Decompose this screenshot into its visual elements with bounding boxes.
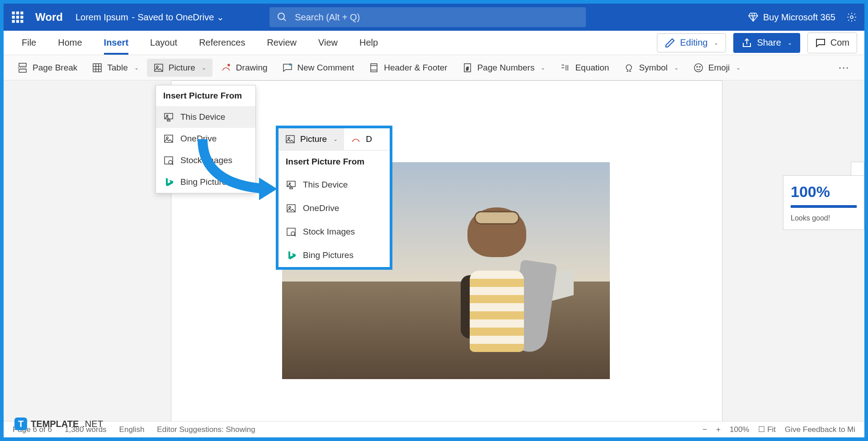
- item-label: This Device: [303, 180, 348, 190]
- svg-point-11: [850, 16, 853, 19]
- drawing-label: Drawing: [236, 63, 268, 73]
- stock-images-icon: [163, 155, 174, 166]
- app-launcher-icon[interactable]: [11, 10, 24, 24]
- editor-status-text: Looks good!: [791, 214, 857, 222]
- picture-icon: [286, 203, 297, 214]
- callout-drawing-button[interactable]: D: [344, 128, 378, 150]
- page-numbers-button[interactable]: # Page Numbers ⌄: [456, 59, 552, 77]
- status-language[interactable]: English: [119, 425, 145, 434]
- item-label: OneDrive: [180, 134, 217, 144]
- svg-point-31: [697, 66, 698, 67]
- chevron-down-icon: ⌄: [333, 136, 338, 142]
- fit-label: Fit: [767, 425, 776, 434]
- header-footer-button[interactable]: Header & Footer: [362, 59, 453, 77]
- search-icon: [277, 12, 288, 23]
- drawing-button[interactable]: Drawing: [214, 59, 274, 77]
- chevron-down-icon: ⌄: [674, 65, 679, 71]
- tab-help[interactable]: Help: [349, 31, 389, 55]
- callout-item-onedrive[interactable]: OneDrive: [278, 197, 390, 220]
- header-footer-icon: [368, 62, 379, 73]
- ribbon-more-button[interactable]: ⋯: [831, 58, 857, 78]
- diamond-icon: [748, 12, 759, 23]
- svg-point-37: [166, 137, 168, 139]
- title-bar: Word Lorem Ipsum - Saved to OneDrive ⌄ S…: [4, 4, 864, 31]
- status-fit[interactable]: ☐ Fit: [758, 425, 776, 434]
- dropdown-item-this-device[interactable]: This Device: [156, 106, 255, 128]
- chevron-down-icon: ⌄: [134, 65, 139, 71]
- item-label: Bing Pictures: [180, 177, 231, 187]
- zoom-out-button[interactable]: −: [703, 425, 707, 434]
- save-status[interactable]: - Saved to OneDrive ⌄: [132, 12, 225, 23]
- share-icon: [741, 38, 752, 48]
- device-icon: [163, 112, 174, 122]
- drawing-icon: [221, 62, 231, 73]
- svg-rect-4: [16, 16, 19, 19]
- tab-review[interactable]: Review: [256, 31, 307, 55]
- editing-mode-button[interactable]: Editing ⌄: [657, 33, 726, 52]
- comment-plus-icon: [282, 62, 293, 73]
- callout-item-stock-images[interactable]: Stock Images: [278, 220, 390, 244]
- header-footer-label: Header & Footer: [384, 63, 447, 73]
- tab-references[interactable]: References: [188, 31, 256, 55]
- callout-item-this-device[interactable]: This Device: [278, 173, 390, 197]
- item-label: Stock Images: [180, 155, 232, 165]
- device-icon: [286, 179, 297, 190]
- tab-row: File Home Insert Layout References Revie…: [4, 31, 864, 55]
- page-break-button[interactable]: Page Break: [11, 59, 84, 77]
- new-comment-button[interactable]: New Comment: [276, 59, 361, 77]
- tab-layout[interactable]: Layout: [139, 31, 188, 55]
- callout-drawing-label: D: [366, 134, 372, 144]
- gear-icon[interactable]: [846, 12, 857, 23]
- svg-rect-15: [93, 64, 101, 72]
- picture-icon: [163, 133, 174, 144]
- status-suggestions[interactable]: Editor Suggestions: Showing: [157, 425, 255, 434]
- equation-button[interactable]: Equation: [553, 59, 615, 77]
- status-feedback[interactable]: Give Feedback to Mi: [785, 425, 855, 434]
- zoom-in-button[interactable]: +: [716, 425, 721, 434]
- emoji-button[interactable]: Emoji ⌄: [687, 59, 747, 77]
- share-button[interactable]: Share ⌄: [733, 33, 800, 53]
- symbol-button[interactable]: Symbol ⌄: [617, 59, 684, 77]
- svg-point-21: [156, 66, 158, 68]
- tab-home[interactable]: Home: [47, 31, 93, 55]
- dropdown-item-bing-pictures[interactable]: Bing Pictures: [156, 171, 255, 193]
- buy-label: Buy Microsoft 365: [763, 12, 835, 23]
- watermark-text: TEMPLATE: [31, 419, 79, 429]
- svg-line-10: [283, 19, 286, 21]
- svg-rect-45: [290, 188, 292, 189]
- tab-file[interactable]: File: [11, 31, 47, 55]
- page-break-icon: [17, 62, 28, 73]
- tab-insert[interactable]: Insert: [93, 31, 139, 55]
- svg-rect-3: [12, 16, 15, 19]
- dropdown-item-stock-images[interactable]: Stock Images: [156, 150, 255, 171]
- dropdown-item-onedrive[interactable]: OneDrive: [156, 128, 255, 150]
- svg-rect-0: [12, 12, 15, 14]
- callout-item-bing-pictures[interactable]: Bing Pictures: [278, 244, 390, 267]
- watermark-icon: T: [14, 418, 27, 430]
- search-input[interactable]: Search (Alt + Q): [269, 7, 586, 27]
- item-label: OneDrive: [303, 203, 339, 213]
- document-name[interactable]: Lorem Ipsum: [75, 12, 128, 23]
- svg-rect-6: [12, 20, 15, 23]
- picture-button[interactable]: Picture ⌄: [147, 59, 212, 77]
- callout-picture-button[interactable]: Picture ⌄: [278, 128, 344, 150]
- separator: -: [132, 12, 135, 23]
- status-zoom[interactable]: 100%: [730, 425, 749, 434]
- svg-point-9: [278, 13, 284, 19]
- svg-point-32: [699, 66, 700, 67]
- editor-panel[interactable]: 100% Looks good!: [783, 175, 864, 230]
- table-icon: [92, 62, 103, 73]
- tab-view[interactable]: View: [307, 31, 349, 55]
- comments-label: Com: [830, 38, 849, 48]
- page-break-label: Page Break: [33, 63, 77, 73]
- bing-icon: [163, 177, 174, 188]
- search-placeholder: Search (Alt + Q): [295, 12, 360, 23]
- comments-button[interactable]: Com: [807, 33, 857, 53]
- table-button[interactable]: Table ⌄: [85, 59, 145, 77]
- callout-dropdown-title: Insert Picture From: [278, 150, 390, 173]
- comment-icon: [815, 38, 826, 48]
- svg-point-42: [288, 137, 290, 139]
- picture-icon: [153, 62, 164, 73]
- buy-microsoft-button[interactable]: Buy Microsoft 365: [748, 12, 835, 23]
- emoji-label: Emoji: [708, 63, 730, 73]
